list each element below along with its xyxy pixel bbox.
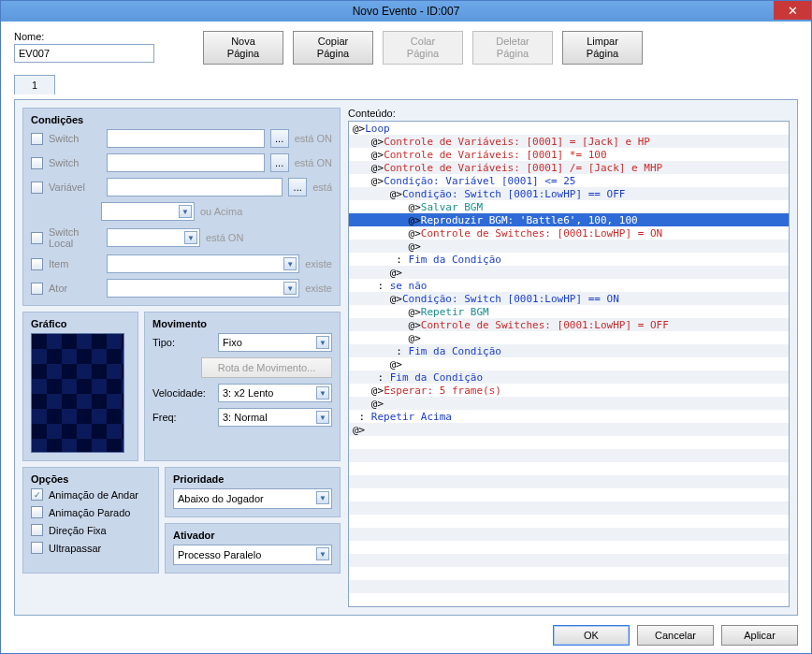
command-line[interactable]: : Fim da Condição	[349, 253, 789, 266]
cancel-button[interactable]: Cancelar	[637, 625, 714, 646]
variable-value-field: ▼	[101, 202, 195, 221]
move-route-button: Rota de Movimento...	[201, 357, 332, 378]
command-line-empty[interactable]	[349, 475, 789, 488]
command-line-empty[interactable]	[349, 541, 789, 554]
variable-field	[107, 178, 283, 196]
command-line[interactable]: @>Controle de Switches: [0001:LowHP] = O…	[349, 226, 789, 240]
command-line-empty[interactable]	[349, 449, 789, 462]
switch1-checkbox[interactable]	[31, 133, 43, 145]
titlebar[interactable]: Novo Evento - ID:007 ✕	[1, 1, 811, 22]
fixed-dir-checkbox[interactable]	[31, 524, 43, 536]
command-line[interactable]: @>Controle de Variáveis: [0001] = [Jack]…	[349, 135, 789, 148]
command-line[interactable]: @>Salvar BGM	[349, 200, 789, 213]
move-type-combo[interactable]: Fixo▼	[218, 333, 332, 352]
command-line[interactable]: @>Controle de Variáveis: [0001] /= [Jack…	[349, 161, 789, 174]
actor-suffix: existe	[305, 283, 332, 294]
item-checkbox[interactable]	[31, 258, 43, 270]
event-command-list[interactable]: @>Loop @>Controle de Variáveis: [0001] =…	[348, 121, 790, 607]
condition-switch-local: Switch Local ▼ está ON	[31, 226, 332, 249]
variable-suffix: está	[312, 182, 332, 193]
chevron-down-icon: ▼	[316, 491, 329, 504]
stop-anim-label: Animação Parado	[49, 507, 130, 518]
priority-combo[interactable]: Abaixo do Jogador▼	[173, 488, 332, 509]
conditions-legend: Condições	[31, 114, 332, 125]
command-line-empty[interactable]	[349, 436, 789, 449]
command-line[interactable]: @>Loop	[349, 122, 789, 135]
switch2-field	[107, 153, 265, 172]
new-page-button[interactable]: NovaPágina	[203, 31, 283, 65]
close-button[interactable]: ✕	[774, 1, 811, 20]
item-label: Item	[49, 258, 101, 269]
command-line[interactable]: : Repetir Acima	[349, 410, 789, 423]
command-line[interactable]: @>Controle de Switches: [0001:LowHP] = O…	[349, 318, 789, 331]
delete-page-button: DeletarPágina	[472, 31, 553, 65]
command-line-empty[interactable]	[349, 462, 789, 475]
walk-anim-checkbox[interactable]: ✓	[31, 488, 43, 501]
switch2-checkbox[interactable]	[31, 157, 43, 169]
switch-local-label: Switch Local	[49, 226, 101, 249]
actor-checkbox[interactable]	[31, 283, 43, 295]
movement-legend: Movimento	[152, 318, 332, 329]
command-line-empty[interactable]	[349, 528, 789, 541]
command-line[interactable]: @>	[349, 397, 789, 410]
command-line-empty[interactable]	[349, 567, 789, 580]
name-group: Nome:	[14, 31, 154, 63]
command-line[interactable]: @>	[349, 423, 789, 436]
command-line-empty[interactable]	[349, 488, 789, 501]
clear-page-button[interactable]: LimparPágina	[562, 31, 643, 65]
command-line-empty[interactable]	[349, 515, 789, 528]
command-line[interactable]: @>Reproduzir BGM: 'Battle6', 100, 100	[349, 213, 789, 226]
through-label: Ultrapassar	[49, 543, 101, 554]
command-line[interactable]: @>	[349, 266, 789, 279]
command-line[interactable]: @>	[349, 240, 789, 253]
move-freq-combo[interactable]: 3: Normal▼	[218, 408, 332, 427]
priority-trigger-col: Prioridade Abaixo do Jogador▼ Ativador P…	[165, 467, 341, 574]
command-line[interactable]: @>Condição: Switch [0001:LowHP] == OFF	[349, 187, 789, 200]
command-line[interactable]: @>Esperar: 5 frame(s)	[349, 384, 789, 397]
variable-browse-button[interactable]: ...	[288, 178, 307, 196]
condition-switch-2: Switch ... está ON	[31, 153, 332, 172]
through-checkbox[interactable]	[31, 542, 43, 554]
command-line-empty[interactable]	[349, 554, 789, 567]
switch2-suffix: está ON	[295, 157, 332, 168]
graphic-preview[interactable]	[31, 333, 124, 453]
switch2-browse-button[interactable]: ...	[270, 153, 289, 172]
command-line-empty[interactable]	[349, 501, 789, 515]
options-priority-row: Opções ✓Animação de Andar Animação Parad…	[22, 467, 341, 574]
name-input[interactable]	[14, 44, 154, 63]
priority-fieldset: Prioridade Abaixo do Jogador▼	[165, 467, 341, 517]
move-speed-combo[interactable]: 3: x2 Lento▼	[218, 384, 332, 402]
trigger-combo[interactable]: Processo Paralelo▼	[173, 545, 332, 565]
graphic-fieldset: Gráfico	[22, 312, 138, 461]
switch1-field	[107, 129, 265, 148]
command-line-empty[interactable]	[349, 580, 789, 593]
switch1-browse-button[interactable]: ...	[270, 129, 289, 148]
command-line[interactable]: @>Condição: Switch [0001:LowHP] == ON	[349, 292, 789, 305]
variable-checkbox[interactable]	[31, 182, 43, 194]
ok-button[interactable]: OK	[553, 625, 630, 646]
apply-button[interactable]: Aplicar	[721, 625, 798, 646]
switch-local-checkbox[interactable]	[31, 232, 43, 244]
page-toolbar: NovaPágina CopiarPágina ColarPágina Dele…	[203, 31, 643, 65]
command-line[interactable]: : se não	[349, 279, 789, 292]
condition-switch-1: Switch ... está ON	[31, 129, 332, 148]
walk-anim-label: Animação de Andar	[49, 489, 138, 501]
item-suffix: existe	[305, 258, 332, 269]
page-tabs: 1	[14, 74, 798, 94]
command-line[interactable]: : Fim da Condição	[349, 371, 789, 384]
command-line-empty[interactable]	[349, 593, 789, 606]
command-line[interactable]: @>Repetir BGM	[349, 305, 789, 318]
copy-page-button[interactable]: CopiarPágina	[293, 31, 373, 65]
command-line[interactable]: @>Condição: Variável [0001] <= 25	[349, 174, 789, 187]
tab-page-1[interactable]: 1	[14, 75, 55, 94]
left-column: Condições Switch ... está ON Switch ... …	[22, 108, 341, 607]
command-line[interactable]: : Fim da Condição	[349, 344, 789, 357]
command-line[interactable]: @>	[349, 357, 789, 371]
switch1-label: Switch	[49, 133, 101, 144]
stop-anim-checkbox[interactable]	[31, 506, 43, 518]
move-freq-label: Freq:	[152, 412, 212, 423]
right-column: Conteúdo: @>Loop @>Controle de Variáveis…	[348, 108, 790, 607]
chevron-down-icon: ▼	[316, 547, 329, 560]
command-line[interactable]: @>	[349, 331, 789, 344]
command-line[interactable]: @>Controle de Variáveis: [0001] *= 100	[349, 148, 789, 161]
